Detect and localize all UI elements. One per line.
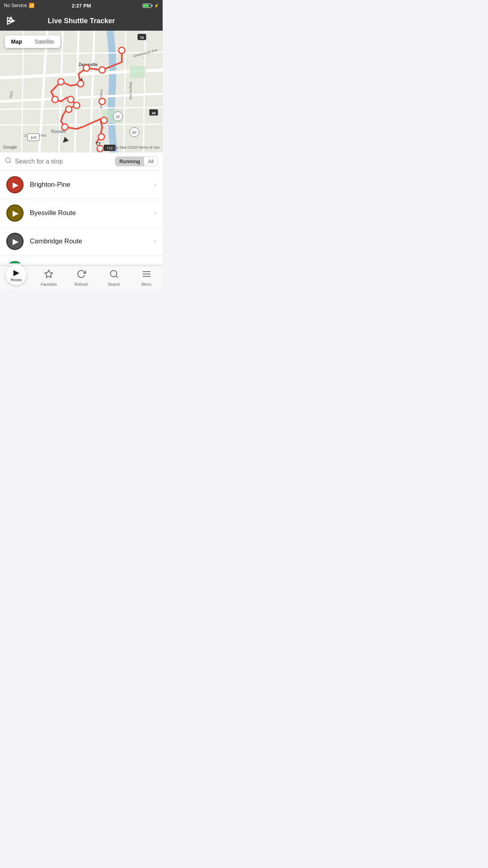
chevron-right-icon: ›: [154, 209, 156, 217]
nav-header: Live Shuttle Tracker: [0, 11, 163, 31]
svg-line-59: [116, 276, 117, 277]
search-tab-label: Search: [108, 282, 120, 287]
routes-tab-icon: ▶: [13, 268, 19, 277]
play-icon: ▶: [13, 208, 18, 218]
tab-favorites[interactable]: Favorites: [33, 269, 65, 287]
favorites-tab-label: Favorites: [41, 282, 57, 287]
svg-rect-28: [130, 66, 145, 78]
svg-text:60: 60: [132, 131, 136, 134]
menu-tab-label: Menu: [141, 282, 151, 287]
search-bar[interactable]: Running All: [0, 153, 163, 171]
svg-text:Putnam Ave: Putnam Ave: [99, 90, 103, 108]
route-icon: ▶: [6, 233, 24, 250]
svg-line-56: [9, 162, 11, 163]
status-right: ⚡: [143, 4, 159, 8]
route-icon: ▶: [6, 261, 24, 264]
status-bar: No Service 📶 2:27 PM ⚡: [0, 0, 163, 11]
battery-icon: [143, 4, 152, 8]
navigation-icon: [6, 16, 16, 26]
map-container[interactable]: 70 48 Greenwood Ave Wayne Ave Putnam Ave…: [0, 31, 163, 153]
svg-line-13: [0, 124, 163, 125]
tab-menu[interactable]: Menu: [130, 269, 163, 287]
route-name: Cambridge Route: [30, 237, 154, 245]
route-name: Byesville Route: [30, 209, 154, 217]
google-watermark: Google: [3, 145, 17, 149]
chevron-right-icon: ›: [154, 180, 156, 189]
tab-refresh[interactable]: Refresh: [65, 269, 98, 287]
refresh-tab-label: Refresh: [74, 282, 88, 287]
svg-text:48: 48: [152, 111, 156, 115]
map-background: 70 48 Greenwood Ave Wayne Ave Putnam Ave…: [0, 31, 163, 153]
search-icon: [5, 157, 12, 166]
favorites-tab-icon: [44, 269, 53, 281]
routes-tab-label: Routes: [11, 278, 22, 282]
status-left: No Service 📶: [4, 3, 35, 8]
stop-search-input[interactable]: [15, 158, 112, 165]
map-type-toggle[interactable]: Map Satellite: [5, 35, 61, 48]
menu-tab-icon: [142, 269, 151, 281]
search-tab-icon: [109, 269, 119, 281]
svg-text:Russells: Russells: [51, 129, 66, 134]
route-item[interactable]: ▶ Greenwood Route ›: [0, 256, 163, 263]
chevron-right-icon: ›: [154, 237, 156, 245]
tab-search[interactable]: Search: [97, 269, 130, 287]
page-title: Live Shuttle Tracker: [48, 17, 115, 25]
route-icon: ▶: [6, 176, 24, 193]
charging-icon: ⚡: [154, 4, 159, 8]
wifi-icon: 📶: [29, 3, 35, 8]
svg-text:Wayne Ave: Wayne Ave: [129, 82, 133, 99]
status-time: 2:27 PM: [72, 3, 91, 9]
refresh-tab-icon: [77, 269, 86, 281]
map-copyright: Map data ©2020 Terms of Use: [112, 145, 160, 149]
routes-tab-circle[interactable]: ▶ Routes: [6, 265, 26, 285]
tab-bar: ▶ Routes Favorites Refresh Sea: [0, 266, 163, 289]
filter-all-button[interactable]: All: [144, 157, 158, 166]
route-item[interactable]: ▶ Byesville Route ›: [0, 199, 163, 227]
svg-text:Zanesville: Zanesville: [79, 63, 98, 67]
play-icon: ▶: [13, 180, 18, 189]
tab-routes[interactable]: ▶ Routes: [0, 268, 33, 288]
carrier-text: No Service: [4, 3, 27, 8]
filter-toggle[interactable]: Running All: [115, 156, 158, 166]
svg-marker-57: [45, 270, 53, 278]
svg-text:22: 22: [116, 115, 120, 119]
play-icon: ▶: [13, 237, 18, 246]
route-item[interactable]: ▶ Brighton-Pine ›: [0, 171, 163, 199]
satellite-view-button[interactable]: Satellite: [28, 35, 61, 48]
svg-text:143: 143: [30, 136, 36, 140]
routes-list: ▶ Brighton-Pine › ▶ Byesville Route › ▶ …: [0, 171, 163, 263]
route-icon: ▶: [6, 204, 24, 222]
route-item[interactable]: ▶ Cambridge Route ›: [0, 227, 163, 256]
svg-text:70: 70: [140, 36, 144, 40]
map-view-button[interactable]: Map: [5, 35, 28, 48]
route-name: Brighton-Pine: [30, 181, 154, 189]
filter-running-button[interactable]: Running: [116, 157, 144, 166]
